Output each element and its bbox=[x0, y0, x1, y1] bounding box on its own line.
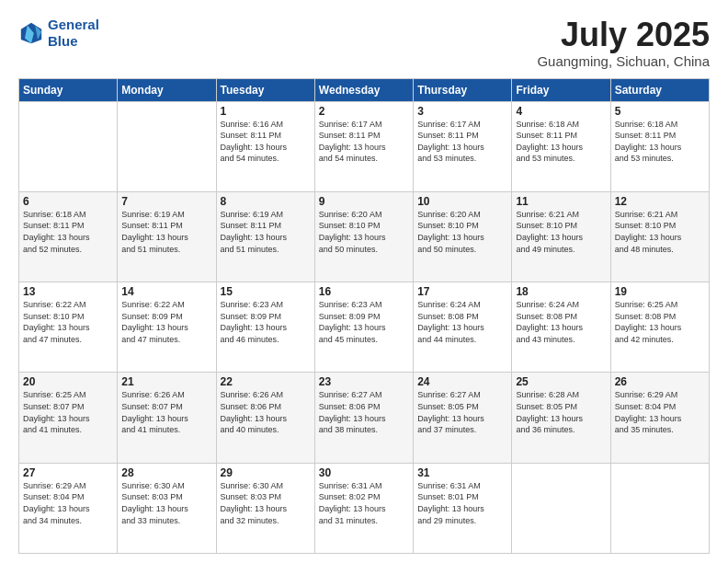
day-number: 18 bbox=[516, 285, 606, 298]
page: General Blue July 2025 Guangming, Sichua… bbox=[0, 0, 728, 563]
table-row: 23Sunrise: 6:27 AM Sunset: 8:06 PM Dayli… bbox=[314, 373, 413, 463]
day-number: 14 bbox=[121, 285, 211, 298]
table-row bbox=[118, 101, 216, 191]
day-number: 3 bbox=[417, 105, 507, 118]
day-number: 24 bbox=[417, 375, 507, 388]
table-row: 16Sunrise: 6:23 AM Sunset: 8:09 PM Dayli… bbox=[314, 282, 413, 373]
week-row-2: 6Sunrise: 6:18 AM Sunset: 8:11 PM Daylig… bbox=[19, 191, 710, 282]
table-row: 24Sunrise: 6:27 AM Sunset: 8:05 PM Dayli… bbox=[414, 373, 512, 463]
day-number: 12 bbox=[615, 195, 705, 208]
header-row: Sunday Monday Tuesday Wednesday Thursday… bbox=[19, 78, 710, 101]
day-number: 30 bbox=[319, 466, 409, 479]
day-info: Sunrise: 6:23 AM Sunset: 8:09 PM Dayligh… bbox=[221, 299, 311, 345]
day-info: Sunrise: 6:16 AM Sunset: 8:11 PM Dayligh… bbox=[221, 119, 311, 165]
day-info: Sunrise: 6:23 AM Sunset: 8:09 PM Dayligh… bbox=[319, 299, 409, 345]
day-number: 4 bbox=[516, 105, 606, 118]
day-info: Sunrise: 6:22 AM Sunset: 8:10 PM Dayligh… bbox=[23, 299, 113, 345]
table-row: 17Sunrise: 6:24 AM Sunset: 8:08 PM Dayli… bbox=[414, 282, 512, 373]
day-info: Sunrise: 6:29 AM Sunset: 8:04 PM Dayligh… bbox=[615, 389, 705, 435]
table-row: 18Sunrise: 6:24 AM Sunset: 8:08 PM Dayli… bbox=[512, 282, 610, 373]
day-number: 25 bbox=[516, 375, 606, 388]
table-row: 27Sunrise: 6:29 AM Sunset: 8:04 PM Dayli… bbox=[19, 463, 118, 553]
day-info: Sunrise: 6:17 AM Sunset: 8:11 PM Dayligh… bbox=[417, 119, 507, 165]
title-block: July 2025 Guangming, Sichuan, China bbox=[537, 17, 710, 69]
day-info: Sunrise: 6:18 AM Sunset: 8:11 PM Dayligh… bbox=[615, 119, 705, 165]
table-row: 6Sunrise: 6:18 AM Sunset: 8:11 PM Daylig… bbox=[19, 191, 118, 282]
col-sunday: Sunday bbox=[19, 78, 118, 101]
day-number: 29 bbox=[221, 466, 311, 479]
table-row: 8Sunrise: 6:19 AM Sunset: 8:11 PM Daylig… bbox=[216, 191, 314, 282]
table-row: 25Sunrise: 6:28 AM Sunset: 8:05 PM Dayli… bbox=[512, 373, 610, 463]
day-number: 15 bbox=[221, 285, 311, 298]
day-info: Sunrise: 6:24 AM Sunset: 8:08 PM Dayligh… bbox=[516, 299, 606, 345]
table-row: 3Sunrise: 6:17 AM Sunset: 8:11 PM Daylig… bbox=[414, 101, 512, 191]
day-number: 31 bbox=[417, 466, 507, 479]
table-row: 14Sunrise: 6:22 AM Sunset: 8:09 PM Dayli… bbox=[118, 282, 216, 373]
logo-icon bbox=[18, 20, 44, 46]
logo-line2: Blue bbox=[48, 33, 78, 49]
day-info: Sunrise: 6:21 AM Sunset: 8:10 PM Dayligh… bbox=[615, 209, 705, 255]
table-row: 19Sunrise: 6:25 AM Sunset: 8:08 PM Dayli… bbox=[610, 282, 709, 373]
table-row: 21Sunrise: 6:26 AM Sunset: 8:07 PM Dayli… bbox=[118, 373, 216, 463]
day-number: 9 bbox=[319, 195, 409, 208]
table-row: 1Sunrise: 6:16 AM Sunset: 8:11 PM Daylig… bbox=[216, 101, 314, 191]
table-row: 20Sunrise: 6:25 AM Sunset: 8:07 PM Dayli… bbox=[19, 373, 118, 463]
day-info: Sunrise: 6:25 AM Sunset: 8:08 PM Dayligh… bbox=[615, 299, 705, 345]
day-info: Sunrise: 6:18 AM Sunset: 8:11 PM Dayligh… bbox=[516, 119, 606, 165]
table-row: 4Sunrise: 6:18 AM Sunset: 8:11 PM Daylig… bbox=[512, 101, 610, 191]
col-monday: Monday bbox=[118, 78, 216, 101]
day-number: 13 bbox=[23, 285, 113, 298]
day-info: Sunrise: 6:27 AM Sunset: 8:06 PM Dayligh… bbox=[319, 389, 409, 435]
logo-text: General Blue bbox=[48, 17, 99, 50]
day-info: Sunrise: 6:20 AM Sunset: 8:10 PM Dayligh… bbox=[417, 209, 507, 255]
day-number: 26 bbox=[615, 375, 705, 388]
day-info: Sunrise: 6:28 AM Sunset: 8:05 PM Dayligh… bbox=[516, 389, 606, 435]
calendar-table: Sunday Monday Tuesday Wednesday Thursday… bbox=[18, 78, 710, 554]
day-info: Sunrise: 6:17 AM Sunset: 8:11 PM Dayligh… bbox=[319, 119, 409, 165]
logo: General Blue bbox=[18, 17, 99, 50]
day-info: Sunrise: 6:31 AM Sunset: 8:02 PM Dayligh… bbox=[319, 480, 409, 526]
day-number: 1 bbox=[221, 105, 311, 118]
day-info: Sunrise: 6:24 AM Sunset: 8:08 PM Dayligh… bbox=[417, 299, 507, 345]
location-title: Guangming, Sichuan, China bbox=[537, 53, 710, 69]
col-saturday: Saturday bbox=[610, 78, 709, 101]
day-number: 22 bbox=[221, 375, 311, 388]
day-info: Sunrise: 6:30 AM Sunset: 8:03 PM Dayligh… bbox=[121, 480, 211, 526]
table-row: 12Sunrise: 6:21 AM Sunset: 8:10 PM Dayli… bbox=[610, 191, 709, 282]
day-info: Sunrise: 6:26 AM Sunset: 8:06 PM Dayligh… bbox=[221, 389, 311, 435]
table-row: 7Sunrise: 6:19 AM Sunset: 8:11 PM Daylig… bbox=[118, 191, 216, 282]
table-row bbox=[512, 463, 610, 553]
week-row-5: 27Sunrise: 6:29 AM Sunset: 8:04 PM Dayli… bbox=[19, 463, 710, 553]
table-row: 13Sunrise: 6:22 AM Sunset: 8:10 PM Dayli… bbox=[19, 282, 118, 373]
day-number: 23 bbox=[319, 375, 409, 388]
day-info: Sunrise: 6:29 AM Sunset: 8:04 PM Dayligh… bbox=[23, 480, 113, 526]
table-row: 2Sunrise: 6:17 AM Sunset: 8:11 PM Daylig… bbox=[314, 101, 413, 191]
day-number: 5 bbox=[615, 105, 705, 118]
day-number: 27 bbox=[23, 466, 113, 479]
day-number: 10 bbox=[417, 195, 507, 208]
col-tuesday: Tuesday bbox=[216, 78, 314, 101]
month-title: July 2025 bbox=[537, 17, 710, 53]
day-info: Sunrise: 6:25 AM Sunset: 8:07 PM Dayligh… bbox=[23, 389, 113, 435]
day-number: 6 bbox=[23, 195, 113, 208]
day-info: Sunrise: 6:26 AM Sunset: 8:07 PM Dayligh… bbox=[121, 389, 211, 435]
table-row: 11Sunrise: 6:21 AM Sunset: 8:10 PM Dayli… bbox=[512, 191, 610, 282]
day-number: 8 bbox=[221, 195, 311, 208]
day-info: Sunrise: 6:31 AM Sunset: 8:01 PM Dayligh… bbox=[417, 480, 507, 526]
table-row: 31Sunrise: 6:31 AM Sunset: 8:01 PM Dayli… bbox=[414, 463, 512, 553]
table-row: 29Sunrise: 6:30 AM Sunset: 8:03 PM Dayli… bbox=[216, 463, 314, 553]
day-info: Sunrise: 6:19 AM Sunset: 8:11 PM Dayligh… bbox=[121, 209, 211, 255]
week-row-4: 20Sunrise: 6:25 AM Sunset: 8:07 PM Dayli… bbox=[19, 373, 710, 463]
day-info: Sunrise: 6:30 AM Sunset: 8:03 PM Dayligh… bbox=[221, 480, 311, 526]
table-row: 28Sunrise: 6:30 AM Sunset: 8:03 PM Dayli… bbox=[118, 463, 216, 553]
day-number: 11 bbox=[516, 195, 606, 208]
day-number: 21 bbox=[121, 375, 211, 388]
table-row: 10Sunrise: 6:20 AM Sunset: 8:10 PM Dayli… bbox=[414, 191, 512, 282]
day-number: 17 bbox=[417, 285, 507, 298]
day-number: 19 bbox=[615, 285, 705, 298]
day-info: Sunrise: 6:20 AM Sunset: 8:10 PM Dayligh… bbox=[319, 209, 409, 255]
day-number: 16 bbox=[319, 285, 409, 298]
day-info: Sunrise: 6:18 AM Sunset: 8:11 PM Dayligh… bbox=[23, 209, 113, 255]
day-number: 28 bbox=[121, 466, 211, 479]
table-row: 5Sunrise: 6:18 AM Sunset: 8:11 PM Daylig… bbox=[610, 101, 709, 191]
